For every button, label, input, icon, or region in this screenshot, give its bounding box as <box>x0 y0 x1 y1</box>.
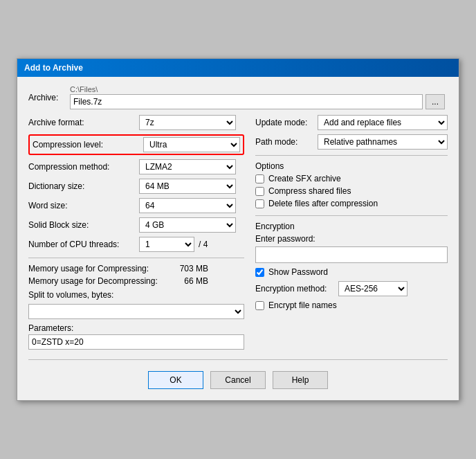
cpu-threads-row: Number of CPU threads: 1 / 4 <box>28 237 244 252</box>
options-label: Options <box>255 161 448 171</box>
memory-decompressing-row: Memory usage for Decompressing: 66 MB <box>28 276 244 286</box>
update-mode-row: Update mode: Add and replace files <box>255 115 448 130</box>
split-volumes-select[interactable] <box>28 304 244 319</box>
options-section: Options Create SFX archive Compress shar… <box>255 161 448 208</box>
parameters-row: Parameters: <box>28 323 244 350</box>
encryption-method-row: Encryption method: AES-256 <box>255 281 448 296</box>
show-password-row: Show Password <box>255 267 448 277</box>
browse-button[interactable]: ... <box>425 94 445 109</box>
delete-files-row: Delete files after compression <box>255 199 448 208</box>
path-mode-select[interactable]: Relative pathnames <box>318 134 448 150</box>
cpu-threads-select[interactable]: 1 <box>139 237 194 252</box>
cpu-threads-suffix: / 4 <box>199 240 208 249</box>
help-button[interactable]: Help <box>273 371 328 389</box>
compress-shared-checkbox[interactable] <box>255 187 264 196</box>
solid-block-select[interactable]: 4 GB <box>139 217 236 233</box>
cancel-button[interactable]: Cancel <box>210 371 266 389</box>
create-sfx-checkbox[interactable] <box>255 174 264 183</box>
encryption-section: Encryption Enter password: Show Password… <box>255 222 448 310</box>
encryption-method-label: Encryption method: <box>255 284 338 294</box>
split-volumes-row: Split to volumes, bytes: <box>28 290 244 300</box>
compression-method-row: Compression method: LZMA2 <box>28 159 244 174</box>
create-sfx-label: Create SFX archive <box>268 174 341 183</box>
word-size-label: Word size: <box>28 201 139 210</box>
path-mode-label: Path mode: <box>255 137 318 147</box>
create-sfx-row: Create SFX archive <box>255 174 448 183</box>
right-column: Update mode: Add and replace files Path … <box>255 115 448 354</box>
update-mode-label: Update mode: <box>255 118 318 127</box>
params-label: Parameters: <box>28 323 244 333</box>
left-column: Archive format: 7z Compression level: Ul… <box>28 115 244 354</box>
compression-level-select[interactable]: Ultra Maximum Fast Normal Store <box>143 137 240 152</box>
dialog-title: Add to Archive <box>17 59 459 77</box>
compress-shared-row: Compress shared files <box>255 186 448 196</box>
archive-format-label: Archive format: <box>28 118 139 127</box>
password-input[interactable] <box>255 246 448 263</box>
memory-decompressing-label: Memory usage for Decompressing: <box>28 276 167 286</box>
word-size-row: Word size: 64 <box>28 198 244 213</box>
encrypt-filenames-label: Encrypt file names <box>268 300 337 310</box>
encryption-label: Encryption <box>255 222 448 231</box>
compression-level-row: Compression level: Ultra Maximum Fast No… <box>28 134 244 155</box>
divider-3 <box>255 215 448 216</box>
show-password-checkbox[interactable] <box>255 268 264 277</box>
compression-level-label: Compression level: <box>33 140 143 150</box>
compression-method-label: Compression method: <box>28 162 139 172</box>
delete-files-checkbox[interactable] <box>255 199 264 208</box>
divider-1 <box>28 258 244 258</box>
params-input[interactable] <box>28 334 244 350</box>
memory-compressing-label: Memory usage for Compressing: <box>28 264 167 273</box>
compression-method-select[interactable]: LZMA2 <box>139 159 236 174</box>
solid-block-row: Solid Block size: 4 GB <box>28 217 244 233</box>
dictionary-size-row: Dictionary size: 64 MB <box>28 179 244 194</box>
enter-password-label: Enter password: <box>255 234 448 244</box>
path-mode-row: Path mode: Relative pathnames <box>255 134 448 150</box>
divider-2 <box>255 155 448 156</box>
ok-button[interactable]: OK <box>148 371 203 389</box>
memory-decompressing-value: 66 MB <box>167 276 208 286</box>
archive-input[interactable] <box>70 94 423 109</box>
memory-compressing-value: 703 MB <box>167 264 208 273</box>
split-label: Split to volumes, bytes: <box>28 290 139 300</box>
archive-path-label: C:\Files\ <box>70 85 445 93</box>
archive-row: Archive: C:\Files\ ... <box>28 85 448 109</box>
main-dialog: Add to Archive Archive: C:\Files\ ... Ar… <box>17 58 459 401</box>
solid-block-label: Solid Block size: <box>28 220 139 230</box>
encrypt-filenames-row: Encrypt file names <box>255 300 448 310</box>
word-size-select[interactable]: 64 <box>139 198 236 213</box>
update-mode-select[interactable]: Add and replace files <box>318 115 448 130</box>
archive-format-row: Archive format: 7z <box>28 115 244 130</box>
button-row: OK Cancel Help <box>28 371 448 389</box>
delete-files-label: Delete files after compression <box>268 199 378 208</box>
dictionary-size-select[interactable]: 64 MB <box>139 179 236 194</box>
archive-format-select[interactable]: 7z <box>139 115 236 130</box>
footer-divider <box>28 359 448 360</box>
compress-shared-label: Compress shared files <box>268 186 351 196</box>
encryption-method-select[interactable]: AES-256 <box>338 281 408 296</box>
two-col-layout: Archive format: 7z Compression level: Ul… <box>28 115 448 354</box>
memory-compressing-row: Memory usage for Compressing: 703 MB <box>28 264 244 273</box>
encrypt-filenames-checkbox[interactable] <box>255 301 264 310</box>
show-password-label: Show Password <box>268 267 328 277</box>
archive-label: Archive: <box>28 93 70 102</box>
dictionary-size-label: Dictionary size: <box>28 181 139 191</box>
cpu-threads-label: Number of CPU threads: <box>28 240 139 249</box>
